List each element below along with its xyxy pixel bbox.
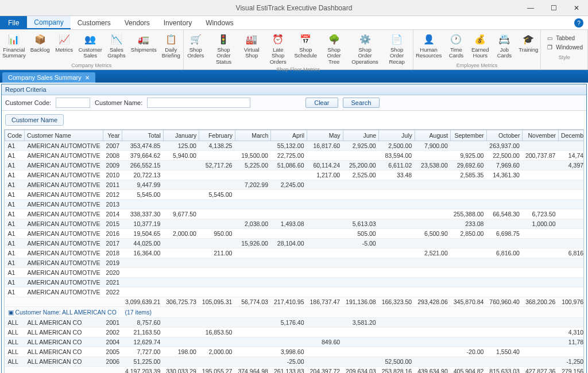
close-button[interactable]: ✕ [565,0,588,16]
metrics-button[interactable]: 📈Metrics [52,31,76,54]
table-row[interactable]: A1AMERICAN AUTOMOTIVE2014338,337.309,677… [5,209,585,219]
customer-code-input[interactable] [56,98,90,108]
menu-item-vendors[interactable]: Vendors [118,16,157,29]
financial-summary-button[interactable]: 📊FinancialSummary [0,31,28,60]
minimize-button[interactable]: — [519,0,542,16]
backlog-button[interactable]: 📦Backlog [28,31,52,54]
table-row[interactable]: A1AMERICAN AUTOMOTIVE2020 [5,268,585,278]
window-controls: — ☐ ✕ [519,0,588,16]
document-tab-close-icon[interactable]: ✕ [85,75,90,81]
ribbon: 📊FinancialSummary📦Backlog📈Metrics👥Custom… [0,30,588,70]
group-by-pill[interactable]: Customer Name [5,114,64,126]
column-header[interactable]: February [199,130,235,141]
file-tab[interactable]: File [0,16,27,29]
column-header[interactable]: April [271,130,307,141]
table-row[interactable]: A1AMERICAN AUTOMOTIVE2022 [5,287,585,297]
shop-schedule-button[interactable]: 📅ShopSchedule [292,31,319,60]
column-header[interactable]: November [523,130,559,141]
shop-order-tree-button[interactable]: 🌳ShopOrder Tree [319,31,349,66]
column-header[interactable]: August [415,130,451,141]
human-resources-button[interactable]: 👤HumanResources [413,31,444,60]
job-cards-button-icon: 📇 [497,32,511,46]
customer-name-input[interactable] [147,98,250,108]
table-row[interactable]: A1AMERICAN AUTOMOTIVE2007353,474.85125.0… [5,141,585,151]
column-header[interactable]: Year [103,130,122,141]
menu-item-company[interactable]: Company [27,16,70,29]
daily-briefing-button-icon: 📋 [164,32,178,46]
grid-container[interactable]: CodeCustomer NameYearTotalJanuaryFebruar… [4,129,584,373]
menu-item-customers[interactable]: Customers [71,16,118,29]
column-header[interactable]: September [451,130,487,141]
job-cards-button[interactable]: 📇JobCards [492,31,516,60]
column-header[interactable]: July [379,130,415,141]
data-grid: CodeCustomer NameYearTotalJanuaryFebruar… [5,130,584,373]
daily-briefing-button[interactable]: 📋DailyBriefing [159,31,183,60]
search-button[interactable]: Search [343,98,380,108]
window-title: Visual EstiTrack Executive Dashboard [236,4,353,12]
column-header[interactable]: March [235,130,271,141]
column-header[interactable]: Total [122,130,163,141]
column-header[interactable]: May [307,130,343,141]
shop-schedule-button-icon: 📅 [299,32,312,46]
shop-order-operations-button[interactable]: ⚙️Shop OrderOperations [349,31,381,66]
time-cards-button-icon: 🕐 [449,32,463,46]
table-row[interactable]: A1AMERICAN AUTOMOTIVE201619,504.652,000.… [5,229,585,239]
table-row[interactable]: A1AMERICAN AUTOMOTIVE201020,722.131,217.… [5,170,585,180]
menu-item-inventory[interactable]: Inventory [157,16,199,29]
table-row[interactable]: A1AMERICAN AUTOMOTIVE201744,025.0015,926… [5,239,585,248]
ribbon-group-label: Style [541,54,587,61]
table-row[interactable]: A1AMERICAN AUTOMOTIVE20119,447.997,202.9… [5,180,585,190]
shop-orders-button-icon: 🛒 [189,32,203,46]
shop-orders-button[interactable]: 🛒ShopOrders [184,31,208,60]
table-row[interactable]: A1AMERICAN AUTOMOTIVE2008379,664.625,940… [5,151,585,161]
late-shop-orders-button-icon: ⏰ [271,32,285,46]
table-row[interactable]: A1AMERICAN AUTOMOTIVE201510,377.192,038.… [5,219,585,229]
criteria-header: Report Criteria [2,84,586,95]
windowed-style-button[interactable]: ❐Windowed [546,42,583,52]
table-row[interactable]: ALLALL AMERICAN CO20018,757.605,176.403,… [5,318,585,328]
time-cards-button[interactable]: 🕐TimeCards [444,31,468,60]
content-panel: Report Criteria Customer Code: Customer … [1,84,587,373]
shop-order-operations-button-icon: ⚙️ [358,32,372,46]
clear-button[interactable]: Clear [305,98,338,108]
column-header[interactable]: Customer Name [25,130,103,141]
column-header[interactable]: December [558,130,584,141]
document-tab[interactable]: Company Sales Summary ✕ [2,72,95,83]
financial-summary-button-icon: 📊 [7,32,21,46]
table-row[interactable]: ALLALL AMERICAN CO200221,163.5016,853.50… [5,328,585,337]
tabbed-style-button[interactable]: ▭Tabbed [546,33,583,42]
column-header[interactable]: June [343,130,379,141]
column-header[interactable]: January [163,130,199,141]
late-shop-orders-button[interactable]: ⏰Late ShopOrders [264,31,292,66]
table-row[interactable]: A1AMERICAN AUTOMOTIVE2009266,552.1552,71… [5,161,585,170]
table-row[interactable]: A1AMERICAN AUTOMOTIVE2019 [5,258,585,268]
group-header-row[interactable]: ▣ Customer Name: ALL AMERICAN CO (17 ite… [5,307,585,318]
shop-order-status-button[interactable]: 🚦Shop OrderStatus [208,31,240,66]
training-button[interactable]: 🎓Training [516,31,540,54]
shipments-button[interactable]: 🚛Shipments [129,31,159,54]
column-header[interactable]: October [486,130,523,141]
shipments-button-icon: 🚛 [137,32,150,46]
earned-hours-button[interactable]: 💰EarnedHours [468,31,492,60]
ribbon-group-label: Company Metrics [0,62,183,69]
human-resources-button-icon: 👤 [422,32,436,46]
titlebar: Visual EstiTrack Executive Dashboard — ☐… [0,0,588,16]
virtual-shop-button[interactable]: 🏭VirtualShop [239,31,264,60]
table-row[interactable]: A1AMERICAN AUTOMOTIVE2021 [5,278,585,287]
table-row[interactable]: A1AMERICAN AUTOMOTIVE201816,364.00211.00… [5,248,585,258]
shop-order-recap-button[interactable]: 📄Shop OrderRecap [381,31,413,66]
column-header[interactable]: Code [5,130,25,141]
table-row[interactable]: ALLALL AMERICAN CO200412,629.74849.6011,… [5,337,585,347]
sales-graphs-button[interactable]: 📉SalesGraphs [105,31,129,60]
table-row[interactable]: A1AMERICAN AUTOMOTIVE20125,545.005,545.0… [5,190,585,200]
subtotal-row: 3,099,639.21306,725.73105,095.3156,774.0… [5,297,585,307]
subtotal-row: 4,197,203.39330,033.29195,055.27374,964.… [5,367,585,374]
maximize-button[interactable]: ☐ [542,0,565,16]
earned-hours-button-icon: 💰 [473,32,487,46]
table-row[interactable]: ALLALL AMERICAN CO20057,727.00198.002,00… [5,347,585,357]
table-row[interactable]: ALLALL AMERICAN CO200651,225.00-25.0052,… [5,357,585,367]
table-row[interactable]: A1AMERICAN AUTOMOTIVE2013 [5,200,585,209]
help-icon[interactable]: ? [574,18,583,28]
menu-item-windows[interactable]: Windows [199,16,241,29]
customer-sales-button[interactable]: 👥CustomerSales [76,31,105,60]
